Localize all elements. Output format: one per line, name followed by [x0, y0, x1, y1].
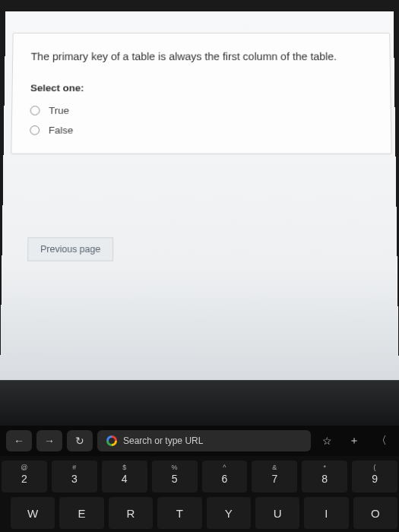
key-o[interactable]: O	[353, 497, 397, 529]
laptop-screen: The primary key of a table is always the…	[0, 11, 399, 380]
key-3[interactable]: #3	[52, 461, 97, 492]
forward-button[interactable]: →	[36, 430, 62, 451]
previous-page-button[interactable]: Previous page	[27, 237, 113, 261]
key-4[interactable]: $4	[102, 461, 147, 492]
key-5[interactable]: %5	[152, 461, 198, 492]
new-tab-button[interactable]: ＋	[343, 430, 366, 451]
key-t[interactable]: T	[157, 497, 201, 529]
select-one-label: Select one:	[30, 83, 372, 93]
question-card: The primary key of a table is always the…	[11, 33, 391, 154]
option-true[interactable]: True	[30, 101, 373, 121]
letter-row: W E R T Y U I O	[2, 497, 397, 529]
google-icon	[106, 435, 117, 446]
back-button[interactable]: ←	[6, 430, 32, 451]
search-url-bar[interactable]: Search or type URL	[97, 430, 311, 451]
option-false[interactable]: False	[30, 121, 373, 141]
key-2[interactable]: @2	[2, 461, 47, 492]
chevron-left-icon[interactable]: 〈	[370, 430, 393, 451]
key-6[interactable]: ^6	[202, 461, 248, 492]
key-e[interactable]: E	[59, 497, 103, 529]
radio-icon	[30, 125, 40, 135]
reload-button[interactable]: ↻	[67, 430, 93, 451]
option-label: False	[49, 125, 74, 135]
key-u[interactable]: U	[255, 497, 299, 529]
question-text: The primary key of a table is always the…	[31, 49, 372, 64]
touch-bar: ← → ↻ Search or type URL ☆ ＋ 〈	[0, 426, 399, 456]
key-8[interactable]: *8	[302, 461, 347, 492]
screen-bezel	[0, 380, 399, 426]
number-row: @2 #3 $4 %5 ^6 &7 *8 (9	[2, 461, 397, 492]
key-9[interactable]: (9	[352, 461, 397, 492]
radio-icon	[30, 106, 40, 116]
keyboard: @2 #3 $4 %5 ^6 &7 *8 (9 W E R T Y U I O	[0, 456, 399, 532]
key-i[interactable]: I	[304, 497, 348, 529]
key-r[interactable]: R	[109, 497, 153, 529]
key-w[interactable]: W	[11, 497, 55, 529]
bookmark-button[interactable]: ☆	[315, 430, 338, 451]
option-label: True	[49, 106, 69, 116]
search-placeholder: Search or type URL	[123, 435, 203, 446]
key-y[interactable]: Y	[207, 497, 251, 529]
key-7[interactable]: &7	[252, 461, 297, 492]
